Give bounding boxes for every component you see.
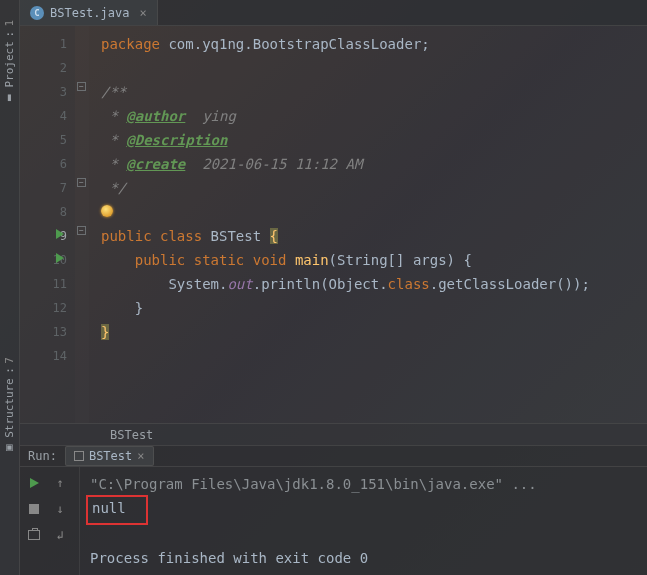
run-line-icon[interactable]	[56, 253, 64, 263]
run-line-icon[interactable]	[56, 229, 64, 239]
up-button[interactable]: ↑	[50, 473, 70, 493]
folder-icon: ▮	[3, 92, 16, 105]
sidebar-tab-label: Project	[3, 41, 16, 87]
structure-icon: ▣	[3, 442, 16, 455]
run-tab-label: BSTest	[89, 449, 132, 463]
stop-button[interactable]	[24, 499, 44, 519]
sidebar-tab-index: 1	[3, 20, 16, 27]
run-toolwindow: Run: BSTest × ↑ ↓ ↲ "C:\Program Files\Ja…	[20, 445, 647, 575]
run-header: Run: BSTest ×	[20, 446, 647, 467]
intention-bulb-icon[interactable]	[101, 205, 113, 217]
rerun-button[interactable]	[24, 473, 44, 493]
sidebar-tab-index: 7	[3, 357, 16, 364]
editor-tabbar: C BSTest.java ×	[20, 0, 647, 26]
breadcrumb[interactable]: BSTest	[20, 423, 647, 445]
console-command: "C:\Program Files\Java\jdk1.8.0_151\bin\…	[90, 476, 537, 492]
sidebar-tab-label: Structure	[3, 378, 16, 438]
code-editor[interactable]: 1 2 3 4 5 6 7 8 9 10 11 12 13 14 − − − p…	[20, 26, 647, 423]
fold-toggle-icon[interactable]: −	[77, 178, 86, 187]
play-icon	[30, 478, 39, 488]
sidebar-tab-structure[interactable]: ▣ Structure : 7	[3, 357, 16, 455]
console-exit-line: Process finished with exit code 0	[90, 550, 368, 566]
screenshot-button[interactable]	[24, 525, 44, 545]
fold-gutter: − − −	[75, 26, 89, 423]
softwrap-button[interactable]: ↲	[50, 525, 70, 545]
fold-toggle-icon[interactable]: −	[77, 226, 86, 235]
camera-icon	[28, 530, 40, 540]
fold-toggle-icon[interactable]: −	[77, 82, 86, 91]
down-arrow-icon: ↓	[56, 502, 63, 516]
down-button[interactable]: ↓	[50, 499, 70, 519]
line-number-gutter: 1 2 3 4 5 6 7 8 9 10 11 12 13 14	[20, 26, 75, 423]
code-area[interactable]: package com.yq1ng.BootstrapClassLoader; …	[89, 26, 647, 423]
run-label: Run:	[28, 449, 57, 463]
close-icon[interactable]: ×	[139, 6, 146, 20]
up-arrow-icon: ↑	[56, 476, 63, 490]
file-tab-bstest[interactable]: C BSTest.java ×	[20, 0, 158, 25]
java-class-icon: C	[30, 6, 44, 20]
file-tab-label: BSTest.java	[50, 6, 129, 20]
sidebar-tab-project[interactable]: ▮ Project : 1	[3, 20, 16, 105]
close-icon[interactable]: ×	[137, 449, 144, 463]
run-config-tab[interactable]: BSTest ×	[65, 446, 154, 466]
console-output[interactable]: "C:\Program Files\Java\jdk1.8.0_151\bin\…	[80, 467, 647, 575]
app-icon	[74, 451, 84, 461]
highlighted-output: null	[86, 495, 148, 525]
stop-icon	[29, 504, 39, 514]
left-tool-strip: ▮ Project : 1 ▣ Structure : 7	[0, 0, 20, 575]
wrap-icon: ↲	[56, 528, 63, 542]
run-toolbar: ↑ ↓ ↲	[20, 467, 80, 575]
